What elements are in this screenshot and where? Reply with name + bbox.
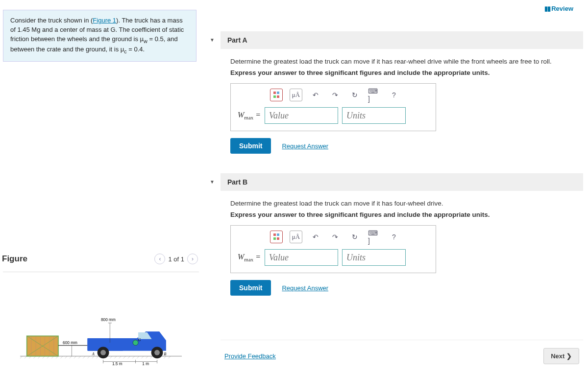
svg-line-27 — [137, 356, 139, 359]
svg-text:800 mm: 800 mm — [101, 318, 116, 322]
svg-rect-67 — [273, 92, 276, 94]
units-button[interactable]: μÅ — [290, 231, 302, 243]
help-button[interactable]: ? — [388, 89, 400, 101]
svg-line-1 — [20, 356, 23, 359]
figure-header: Figure ‹ 1 of 1 › — [0, 254, 201, 264]
svg-line-10 — [61, 356, 63, 359]
svg-line-14 — [78, 356, 81, 359]
svg-rect-70 — [277, 95, 279, 98]
truck-diagram: G A B 800 mm 600 mm 1.5 m 1 m — [13, 311, 189, 365]
redo-button[interactable]: ↷ — [329, 89, 342, 101]
reset-button[interactable]: ↻ — [348, 231, 361, 243]
svg-line-30 — [150, 356, 153, 359]
caret-down-icon: ▼ — [210, 37, 215, 43]
part-b-units-input[interactable] — [342, 249, 406, 266]
figure-title: Figure — [0, 254, 27, 264]
svg-line-22 — [115, 356, 117, 359]
provide-feedback-link[interactable]: Provide Feedback — [224, 352, 276, 360]
svg-line-11 — [65, 356, 68, 359]
svg-rect-69 — [273, 95, 276, 98]
part-a-instructions: Express your answer to three significant… — [230, 69, 583, 76]
svg-line-21 — [110, 356, 112, 359]
svg-point-50 — [154, 350, 160, 355]
svg-text:1 m: 1 m — [142, 362, 149, 365]
part-b: ▼ Part B Determine the greatest load the… — [220, 173, 583, 296]
part-a-prompt: Determine the greatest load the truck ca… — [230, 58, 583, 65]
keyboard-button[interactable]: ⌨ ] — [368, 231, 381, 243]
part-b-prompt: Determine the greatest load the truck ca… — [230, 200, 583, 207]
svg-line-25 — [128, 356, 130, 359]
part-a-var-label: Wmax = — [238, 111, 261, 120]
part-a-header[interactable]: ▼ Part A — [220, 31, 583, 49]
svg-rect-71 — [273, 233, 276, 236]
help-button[interactable]: ? — [388, 231, 400, 243]
svg-line-26 — [132, 356, 135, 359]
svg-line-28 — [142, 356, 144, 359]
part-a-value-input[interactable] — [265, 107, 338, 124]
svg-rect-68 — [277, 92, 279, 94]
svg-rect-73 — [273, 237, 276, 240]
svg-line-24 — [123, 356, 126, 359]
fraction-icon — [272, 232, 281, 241]
svg-line-34 — [169, 356, 171, 359]
svg-line-33 — [164, 356, 166, 359]
review-icon: ▮▮ — [544, 5, 549, 12]
part-b-var-label: Wmax = — [238, 253, 261, 262]
part-b-submit-button[interactable]: Submit — [230, 280, 271, 296]
svg-line-29 — [146, 356, 148, 359]
svg-line-18 — [97, 356, 99, 359]
svg-text:A: A — [92, 352, 95, 356]
svg-line-17 — [92, 356, 95, 359]
svg-line-15 — [83, 356, 85, 359]
part-b-instructions: Express your answer to three significant… — [230, 211, 583, 218]
figure-next-button[interactable]: › — [187, 254, 198, 264]
problem-statement: Consider the truck shown in (Figure 1). … — [3, 10, 196, 62]
figure-page-label: 1 of 1 — [168, 256, 184, 263]
svg-rect-74 — [277, 237, 279, 240]
redo-button[interactable]: ↷ — [329, 231, 342, 243]
figure-body: G A B 800 mm 600 mm 1.5 m 1 m — [3, 272, 199, 370]
svg-text:1.5 m: 1.5 m — [112, 362, 122, 365]
units-button[interactable]: μÅ — [290, 89, 302, 101]
fraction-button[interactable] — [270, 89, 283, 101]
svg-line-23 — [119, 356, 122, 359]
svg-rect-72 — [277, 233, 279, 236]
figure-prev-button[interactable]: ‹ — [154, 254, 165, 264]
svg-point-48 — [100, 350, 106, 355]
part-b-value-input[interactable] — [265, 249, 338, 266]
part-a-request-answer[interactable]: Request Answer — [282, 142, 328, 150]
caret-down-icon: ▼ — [210, 179, 215, 185]
svg-line-12 — [70, 356, 72, 359]
svg-text:B: B — [164, 352, 166, 356]
fraction-button[interactable] — [270, 231, 283, 243]
keyboard-button[interactable]: ⌨ ] — [368, 89, 381, 101]
part-a-entry-box: μÅ ↶ ↷ ↻ ⌨ ] ? Wmax = — [230, 83, 436, 131]
figure-pager: ‹ 1 of 1 › — [154, 254, 201, 264]
figure-link[interactable]: Figure 1 — [93, 17, 116, 24]
fraction-icon — [272, 91, 281, 99]
part-a-units-input[interactable] — [342, 107, 406, 124]
part-a: ▼ Part A Determine the greatest load the… — [220, 31, 583, 154]
part-a-submit-button[interactable]: Submit — [230, 138, 271, 154]
next-button[interactable]: Next ❯ — [543, 348, 579, 364]
part-b-request-answer[interactable]: Request Answer — [282, 284, 328, 292]
undo-button[interactable]: ↶ — [309, 89, 322, 101]
svg-text:G: G — [138, 338, 141, 342]
part-b-entry-box: μÅ ↶ ↷ ↻ ⌨ ] ? Wmax = — [230, 225, 436, 273]
svg-line-13 — [74, 356, 76, 359]
svg-text:600 mm: 600 mm — [63, 341, 77, 345]
undo-button[interactable]: ↶ — [309, 231, 322, 243]
reset-button[interactable]: ↻ — [348, 89, 361, 101]
svg-line-16 — [88, 356, 90, 359]
part-b-header[interactable]: ▼ Part B — [220, 173, 583, 191]
review-link[interactable]: ▮▮Review — [544, 5, 573, 12]
